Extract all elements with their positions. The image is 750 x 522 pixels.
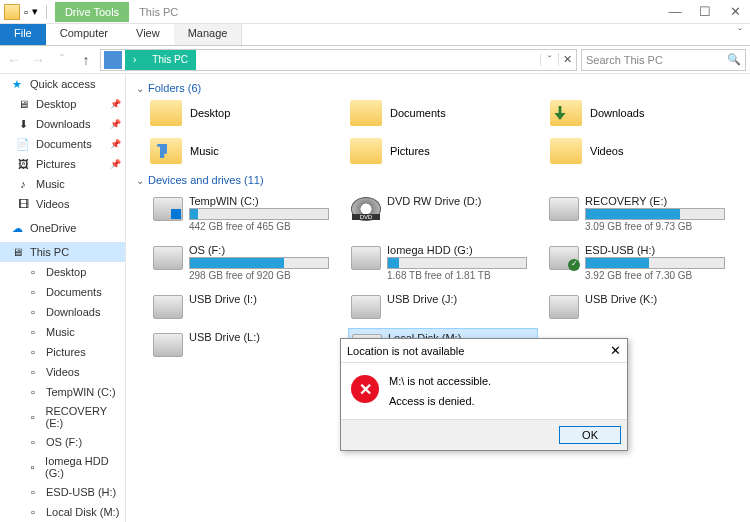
drive-item[interactable]: TempWIN (C:) 442 GB free of 465 GB bbox=[150, 192, 340, 235]
tab-view[interactable]: View bbox=[122, 24, 174, 45]
drive-item[interactable]: USB Drive (L:) bbox=[150, 328, 340, 373]
drive-icon bbox=[549, 197, 579, 221]
folders-header[interactable]: Folders (6) bbox=[136, 80, 740, 96]
address-dropdown-button[interactable]: ˇ bbox=[540, 54, 558, 66]
search-placeholder: Search This PC bbox=[586, 54, 663, 66]
drive-icon bbox=[351, 246, 381, 270]
pc-item[interactable]: ▫ Music bbox=[0, 322, 125, 342]
pin-icon: 📌 bbox=[110, 119, 121, 129]
qat-dropdown-icon[interactable]: ▾ bbox=[32, 5, 38, 18]
this-pc-icon bbox=[104, 51, 122, 69]
qa-item-documents[interactable]: 📄 Documents 📌 bbox=[0, 134, 125, 154]
item-icon: ▫ bbox=[26, 505, 40, 519]
folder-icon bbox=[350, 138, 382, 164]
pc-item[interactable]: ▫ OS (F:) bbox=[0, 432, 125, 452]
sidebar-quick-access[interactable]: ★Quick access bbox=[0, 74, 125, 94]
qa-item-downloads[interactable]: ⬇ Downloads 📌 bbox=[0, 114, 125, 134]
window-controls: — ☐ ✕ bbox=[660, 0, 750, 24]
search-icon: 🔍 bbox=[727, 53, 741, 66]
error-dialog: Location is not available ✕ ✕ M:\ is not… bbox=[340, 338, 628, 451]
window-title: This PC bbox=[129, 2, 660, 22]
drive-icon bbox=[351, 197, 381, 221]
forward-button[interactable]: → bbox=[28, 52, 48, 68]
qa-item-music[interactable]: ♪ Music bbox=[0, 174, 125, 194]
drive-item[interactable]: RECOVERY (E:) 3.09 GB free of 9.73 GB bbox=[546, 192, 736, 235]
maximize-button[interactable]: ☐ bbox=[690, 0, 720, 24]
up-button[interactable]: ↑ bbox=[76, 52, 96, 68]
capacity-bar bbox=[585, 257, 725, 269]
ribbon-expand-button[interactable]: ˇ bbox=[730, 24, 750, 45]
pin-icon: 📌 bbox=[110, 139, 121, 149]
contextual-tab-drive-tools[interactable]: Drive Tools bbox=[55, 2, 129, 22]
drive-icon bbox=[153, 197, 183, 221]
pc-item[interactable]: ▫ Documents bbox=[0, 282, 125, 302]
folder-pictures[interactable]: Pictures bbox=[350, 138, 510, 164]
folder-music[interactable]: Music bbox=[150, 138, 310, 164]
dialog-msg-1: M:\ is not accessible. bbox=[389, 375, 491, 387]
drive-item[interactable]: Iomega HDD (G:) 1.68 TB free of 1.81 TB bbox=[348, 241, 538, 284]
drive-item[interactable]: USB Drive (I:) bbox=[150, 290, 340, 322]
pc-item[interactable]: ▫ RECOVERY (E:) bbox=[0, 402, 125, 432]
folder-downloads[interactable]: Downloads bbox=[550, 100, 710, 126]
drive-item[interactable]: DVD RW Drive (D:) bbox=[348, 192, 538, 235]
separator bbox=[46, 5, 47, 19]
search-box[interactable]: Search This PC 🔍 bbox=[581, 49, 746, 71]
drive-item[interactable]: USB Drive (K:) bbox=[546, 290, 736, 322]
capacity-bar bbox=[585, 208, 725, 220]
dialog-msg-2: Access is denied. bbox=[389, 395, 491, 407]
drive-item[interactable]: OS (F:) 298 GB free of 920 GB bbox=[150, 241, 340, 284]
tab-computer[interactable]: Computer bbox=[46, 24, 122, 45]
item-icon: ▫ bbox=[26, 305, 40, 319]
tab-manage[interactable]: Manage bbox=[174, 24, 243, 45]
drive-name: Iomega HDD (G:) bbox=[387, 244, 535, 256]
folder-videos[interactable]: Videos bbox=[550, 138, 710, 164]
pc-item[interactable]: ▫ ESD-USB (H:) bbox=[0, 482, 125, 502]
drive-item[interactable]: ESD-USB (H:) 3.92 GB free of 7.30 GB bbox=[546, 241, 736, 284]
documents-icon: 📄 bbox=[16, 137, 30, 151]
breadcrumb-this-pc[interactable]: This PC bbox=[144, 50, 196, 70]
star-icon: ★ bbox=[10, 77, 24, 91]
pc-item[interactable]: ▫ Desktop bbox=[0, 262, 125, 282]
close-button[interactable]: ✕ bbox=[720, 0, 750, 24]
drive-name: DVD RW Drive (D:) bbox=[387, 195, 535, 207]
videos-icon: 🎞 bbox=[16, 197, 30, 211]
navigation-pane: ★Quick access 🖥 Desktop 📌 ⬇ Downloads 📌 … bbox=[0, 74, 126, 522]
drive-item[interactable]: USB Drive (J:) bbox=[348, 290, 538, 322]
drive-icon bbox=[153, 295, 183, 319]
dialog-close-button[interactable]: ✕ bbox=[610, 343, 621, 358]
folder-desktop[interactable]: Desktop bbox=[150, 100, 310, 126]
sidebar-onedrive[interactable]: ☁OneDrive bbox=[0, 218, 125, 238]
pc-item[interactable]: ▫ Videos bbox=[0, 362, 125, 382]
ok-button[interactable]: OK bbox=[559, 426, 621, 444]
breadcrumb-root[interactable]: › bbox=[125, 50, 144, 70]
drive-free-text: 3.92 GB free of 7.30 GB bbox=[585, 270, 733, 281]
pc-item[interactable]: ▫ Iomega HDD (G:) bbox=[0, 452, 125, 482]
pc-item[interactable]: ▫ Pictures bbox=[0, 342, 125, 362]
qa-item-desktop[interactable]: 🖥 Desktop 📌 bbox=[0, 94, 125, 114]
pc-item[interactable]: ▫ Local Disk (M:) bbox=[0, 502, 125, 522]
item-icon: ▫ bbox=[26, 435, 40, 449]
qa-item-videos[interactable]: 🎞 Videos bbox=[0, 194, 125, 214]
desktop-icon: 🖥 bbox=[16, 97, 30, 111]
dropdown-icon[interactable]: ˇ bbox=[52, 52, 72, 68]
pc-item[interactable]: ▫ Downloads bbox=[0, 302, 125, 322]
qat-properties-icon[interactable]: ▫ bbox=[24, 6, 28, 18]
address-bar[interactable]: › This PC ˇ ✕ bbox=[100, 49, 577, 71]
sidebar-this-pc[interactable]: 🖥This PC bbox=[0, 242, 125, 262]
drive-name: ESD-USB (H:) bbox=[585, 244, 733, 256]
tab-file[interactable]: File bbox=[0, 24, 46, 45]
dialog-title-bar[interactable]: Location is not available ✕ bbox=[341, 339, 627, 363]
cloud-icon: ☁ bbox=[10, 221, 24, 235]
drives-header[interactable]: Devices and drives (11) bbox=[136, 172, 740, 188]
folder-icon bbox=[550, 100, 582, 126]
folder-icon bbox=[150, 100, 182, 126]
drive-name: USB Drive (K:) bbox=[585, 293, 733, 305]
minimize-button[interactable]: — bbox=[660, 0, 690, 24]
pc-item[interactable]: ▫ TempWIN (C:) bbox=[0, 382, 125, 402]
back-button[interactable]: ← bbox=[4, 52, 24, 68]
address-clear-button[interactable]: ✕ bbox=[558, 53, 576, 66]
item-icon: ▫ bbox=[26, 345, 40, 359]
folder-documents[interactable]: Documents bbox=[350, 100, 510, 126]
qa-item-pictures[interactable]: 🖼 Pictures 📌 bbox=[0, 154, 125, 174]
drive-icon bbox=[549, 246, 579, 270]
